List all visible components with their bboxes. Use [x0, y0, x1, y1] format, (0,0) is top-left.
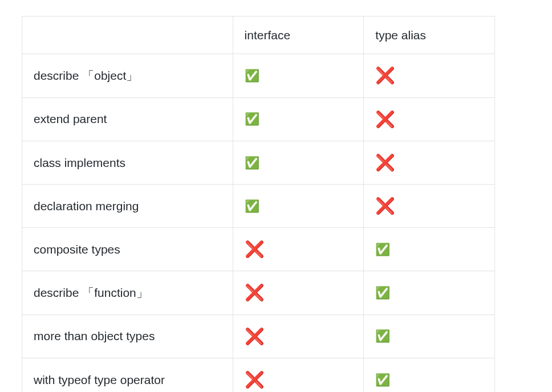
check-icon: ✅	[245, 67, 259, 84]
check-icon: ✅	[375, 284, 390, 301]
cell-interface: ❌	[233, 315, 364, 358]
check-icon: ✅	[375, 371, 390, 388]
cell-type-alias: ✅	[364, 271, 495, 315]
feature-label: extend parent	[22, 97, 233, 141]
table-row: describe 「object」✅❌	[22, 54, 495, 97]
table-header-row: interface type alias	[22, 17, 495, 54]
cell-interface: ✅	[233, 141, 364, 184]
table-row: with typeof type operator❌✅	[22, 358, 495, 392]
check-icon: ✅	[245, 154, 259, 171]
cross-icon: ❌	[375, 152, 395, 174]
cell-type-alias: ✅	[364, 228, 495, 271]
cell-interface: ❌	[233, 358, 364, 392]
feature-label: describe 「function」	[22, 271, 233, 315]
cross-icon: ❌	[375, 64, 395, 87]
feature-label: with typeof type operator	[22, 358, 233, 392]
check-icon: ✅	[245, 111, 259, 127]
cell-type-alias: ❌	[364, 97, 495, 141]
table-row: describe 「function」❌✅	[22, 271, 495, 315]
cell-interface: ✅	[233, 97, 364, 141]
comparison-table: interface type alias describe 「object」✅❌…	[22, 16, 495, 392]
cell-type-alias: ✅	[364, 315, 495, 358]
check-icon: ✅	[375, 328, 390, 344]
header-feature	[22, 17, 233, 54]
cross-icon: ❌	[245, 325, 265, 348]
cell-type-alias: ❌	[364, 141, 495, 184]
cross-icon: ❌	[245, 238, 265, 260]
table-row: class implements✅❌	[22, 141, 495, 184]
cell-type-alias: ✅	[364, 358, 495, 392]
cell-interface: ✅	[233, 54, 364, 97]
cell-type-alias: ❌	[364, 54, 495, 97]
cell-interface: ✅	[233, 184, 364, 227]
header-type-alias: type alias	[364, 17, 495, 54]
cell-type-alias: ❌	[364, 184, 495, 227]
cross-icon: ❌	[375, 195, 395, 217]
cell-interface: ❌	[233, 271, 364, 315]
feature-label: describe 「object」	[22, 54, 233, 97]
check-icon: ✅	[245, 198, 259, 214]
cell-interface: ❌	[233, 228, 364, 271]
table-row: composite types❌✅	[22, 228, 495, 271]
table-row: more than object types❌✅	[22, 315, 495, 358]
table-row: declaration merging✅❌	[22, 184, 495, 227]
table-row: extend parent✅❌	[22, 97, 495, 141]
header-interface: interface	[233, 17, 364, 54]
feature-label: class implements	[22, 141, 233, 184]
cross-icon: ❌	[245, 281, 265, 304]
table-body: describe 「object」✅❌extend parent✅❌class …	[22, 54, 495, 392]
check-icon: ✅	[375, 241, 390, 258]
feature-label: declaration merging	[22, 184, 233, 227]
cross-icon: ❌	[245, 369, 265, 391]
cross-icon: ❌	[375, 108, 395, 130]
feature-label: more than object types	[22, 315, 233, 358]
feature-label: composite types	[22, 228, 233, 271]
